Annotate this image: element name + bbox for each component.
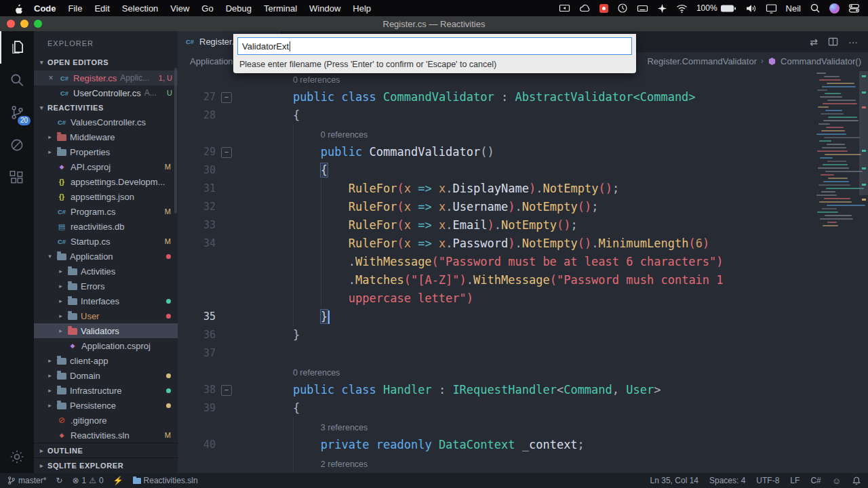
menu-item-edit[interactable]: Edit [88, 3, 115, 14]
tree-item-appsettings.json[interactable]: {}appsettings.json [34, 189, 178, 204]
breadcrumb-item-method[interactable]: CommandValidator() [781, 56, 861, 66]
user-menu[interactable]: Neil [786, 3, 801, 14]
problems-indicator[interactable]: ⊗ 1 ⚠ 0 [72, 476, 103, 485]
tree-item-Middleware[interactable]: ▸Middleware [34, 129, 178, 144]
indent-indicator[interactable]: Spaces: 4 [709, 476, 745, 485]
fold-icon[interactable]: − [221, 385, 232, 396]
breadcrumb-item-application[interactable]: Application [190, 56, 233, 66]
tree-item-Reactivities.sln[interactable]: ◆Reactivities.slnM [34, 428, 178, 443]
menu-item-go[interactable]: Go [195, 3, 219, 14]
time-machine-icon[interactable] [617, 3, 628, 14]
tree-item-Startup.cs[interactable]: C#Startup.csM [34, 234, 178, 249]
sidebar-scrollbar[interactable] [174, 68, 177, 214]
close-icon[interactable]: × [46, 73, 56, 83]
menu-item-selection[interactable]: Selection [116, 3, 164, 14]
csproj-file-icon: ◆ [56, 161, 67, 172]
feedback-smiley-icon[interactable]: ☺ [832, 476, 841, 486]
sqlite-status[interactable]: ⚡ [113, 476, 123, 485]
tree-item-reactivities.db[interactable]: ▤reactivities.db [34, 219, 178, 234]
activity-debug[interactable] [0, 129, 34, 161]
sync-button[interactable]: ↻ [56, 476, 62, 485]
filename-input[interactable]: ValidatorExt [237, 37, 632, 55]
recording-indicator[interactable] [599, 4, 608, 13]
tree-item-appsettings.Developm...[interactable]: {}appsettings.Developm... [34, 174, 178, 189]
indent-guide [293, 418, 294, 472]
cloud-icon[interactable] [579, 3, 591, 14]
menu-item-code[interactable]: Code [28, 3, 62, 14]
tree-item-Errors[interactable]: ▸Errors [34, 279, 178, 293]
branch-indicator[interactable]: master* [7, 476, 46, 485]
volume-icon[interactable] [745, 3, 757, 14]
tree-item-Properties[interactable]: ▸Properties [34, 144, 178, 159]
activity-explorer[interactable] [0, 31, 34, 64]
codelens-label[interactable]: 3 references [321, 423, 368, 432]
tree-item-Persistence[interactable]: ▸Persistence [34, 398, 178, 413]
codelens-label[interactable]: 0 references [293, 75, 340, 85]
tree-item-Validators[interactable]: ▸Validators [34, 323, 178, 338]
activity-settings[interactable] [0, 441, 34, 473]
menu-item-window[interactable]: Window [303, 3, 347, 14]
codelens-label[interactable]: 2 references [321, 460, 368, 469]
fold-icon[interactable]: − [221, 147, 232, 158]
section-workspace[interactable]: ▾ REACTIVITIES [34, 100, 178, 115]
solution-indicator[interactable]: Reactivities.sln [133, 476, 198, 485]
menu-item-view[interactable]: View [164, 3, 195, 14]
status-dot [166, 403, 171, 408]
activity-extensions[interactable] [0, 161, 34, 194]
tree-item-User[interactable]: ▸User [34, 308, 178, 323]
editor-actions: ⇄ ··· [810, 31, 868, 52]
section-outline[interactable]: ▸ OUTLINE [34, 443, 178, 458]
tree-item-client-app[interactable]: ▸client-app [34, 353, 178, 368]
codelens-label[interactable]: 0 references [293, 368, 340, 378]
tree-item-.gitignore[interactable]: ⊘.gitignore [34, 413, 178, 428]
section-label: OUTLINE [47, 447, 83, 455]
line-col-indicator[interactable]: Ln 35, Col 14 [650, 476, 698, 485]
notifications-bell-icon[interactable] [852, 476, 861, 486]
tree-item-API.csproj[interactable]: ◆API.csprojM [34, 159, 178, 174]
tree-item-Domain[interactable]: ▸Domain [34, 368, 178, 383]
tree-item-Infrastructure[interactable]: ▸Infrastructure [34, 383, 178, 398]
apple-menu-icon[interactable] [8, 3, 28, 14]
tree-item-Application[interactable]: ▾Application [34, 249, 178, 264]
codelens-label[interactable]: 0 references [321, 130, 368, 140]
menu-item-debug[interactable]: Debug [220, 3, 258, 14]
more-actions-icon[interactable]: ··· [848, 37, 858, 47]
cs-file-icon: C# [56, 236, 67, 247]
menu-item-file[interactable]: File [62, 3, 89, 14]
tree-item-ValuesController.cs[interactable]: C#ValuesController.cs [34, 115, 178, 129]
menu-item-help[interactable]: Help [347, 3, 377, 14]
section-open-editors[interactable]: ▾ OPEN EDITORS [34, 54, 178, 70]
split-editor-icon[interactable]: ⇄ [810, 37, 818, 47]
star-icon[interactable] [657, 3, 667, 14]
activity-source-control[interactable]: 20 [0, 96, 34, 129]
tree-item-Interfaces[interactable]: ▸Interfaces [34, 293, 178, 308]
item-label: ValuesController.cs [71, 117, 146, 127]
open-editor-Register.cs[interactable]: ×C#Register.csApplic...1, U [34, 70, 178, 85]
battery-indicator[interactable]: 100% [696, 3, 736, 13]
breadcrumb-item-class[interactable]: Register.CommandValidator [647, 56, 757, 66]
scrollbar-thumb[interactable] [859, 71, 868, 195]
code-editor[interactable]: 0 references27− public class CommandVali… [178, 70, 868, 473]
fold-icon[interactable]: − [221, 92, 232, 103]
activity-search[interactable] [0, 64, 34, 96]
chevron-right-icon: ▸ [57, 268, 64, 274]
layout-icon[interactable] [828, 37, 838, 47]
tree-item-Application.csproj[interactable]: ◆Application.csproj [34, 338, 178, 353]
tree-item-Activities[interactable]: ▸Activities [34, 264, 178, 279]
display-icon[interactable] [766, 3, 777, 14]
screen-mirroring-icon[interactable] [559, 3, 570, 14]
branch-name: master* [18, 476, 46, 485]
language-indicator[interactable]: C# [810, 476, 821, 485]
section-sqlite-explorer[interactable]: ▸ SQLITE EXPLORER [34, 458, 178, 473]
eol-indicator[interactable]: LF [790, 476, 800, 485]
minimap[interactable] [814, 70, 859, 473]
menu-item-terminal[interactable]: Terminal [258, 3, 303, 14]
tree-item-Program.cs[interactable]: C#Program.csM [34, 204, 178, 219]
siri-icon[interactable] [829, 3, 840, 14]
control-center-icon[interactable] [848, 3, 860, 14]
open-editor-UserController.cs[interactable]: C#UserController.csA...U [34, 85, 178, 100]
keyboard-icon[interactable] [637, 3, 648, 14]
encoding-indicator[interactable]: UTF-8 [756, 476, 779, 485]
wifi-icon[interactable] [676, 3, 688, 14]
spotlight-icon[interactable] [810, 3, 821, 14]
